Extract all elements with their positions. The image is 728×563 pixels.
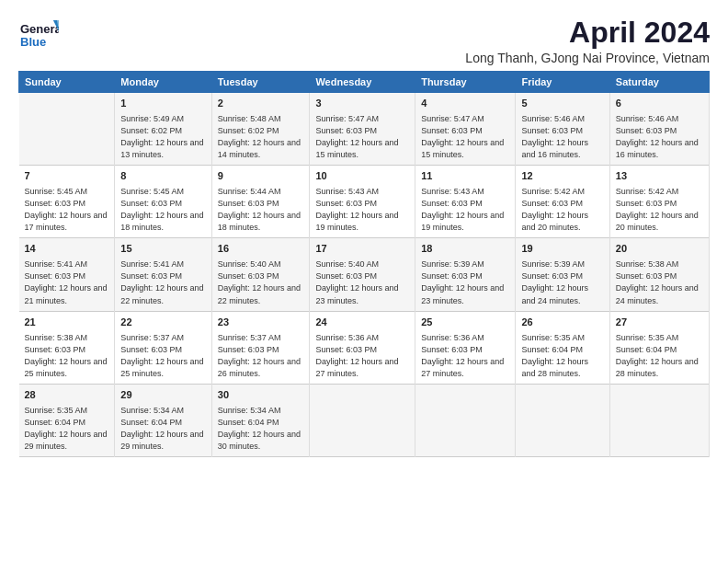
svg-text:General: General bbox=[20, 22, 59, 36]
day-number: 20 bbox=[616, 242, 703, 257]
day-number: 30 bbox=[218, 388, 304, 403]
cell-w5-d1: 28Sunrise: 5:35 AMSunset: 6:04 PMDayligh… bbox=[19, 384, 115, 456]
cell-w1-d6: 5Sunrise: 5:46 AMSunset: 6:03 PMDaylight… bbox=[516, 93, 609, 166]
col-tuesday: Tuesday bbox=[211, 72, 310, 93]
cell-w4-d6: 26Sunrise: 5:35 AMSunset: 6:04 PMDayligh… bbox=[516, 311, 609, 384]
cell-w5-d5 bbox=[415, 384, 516, 456]
day-number: 12 bbox=[521, 169, 603, 184]
cell-w5-d4 bbox=[310, 384, 415, 456]
day-number: 3 bbox=[315, 97, 409, 111]
day-number: 19 bbox=[521, 242, 603, 257]
day-number: 27 bbox=[616, 316, 703, 330]
cell-w3-d4: 17Sunrise: 5:40 AMSunset: 6:03 PMDayligh… bbox=[310, 238, 415, 311]
day-number: 1 bbox=[120, 97, 205, 111]
cell-w2-d4: 10Sunrise: 5:43 AMSunset: 6:03 PMDayligh… bbox=[310, 166, 415, 238]
cell-w2-d2: 8Sunrise: 5:45 AMSunset: 6:03 PMDaylight… bbox=[115, 166, 211, 238]
page: General Blue April 2024 Long Thanh, GJon… bbox=[0, 0, 728, 563]
cell-w5-d3: 30Sunrise: 5:34 AMSunset: 6:04 PMDayligh… bbox=[211, 384, 310, 456]
day-number: 13 bbox=[616, 169, 703, 184]
cell-w4-d7: 27Sunrise: 5:35 AMSunset: 6:04 PMDayligh… bbox=[609, 311, 709, 384]
col-friday: Friday bbox=[516, 72, 609, 93]
cell-w3-d7: 20Sunrise: 5:38 AMSunset: 6:03 PMDayligh… bbox=[609, 238, 709, 311]
cell-w5-d7 bbox=[609, 384, 709, 456]
cell-w3-d5: 18Sunrise: 5:39 AMSunset: 6:03 PMDayligh… bbox=[415, 238, 516, 311]
day-number: 25 bbox=[421, 316, 509, 330]
week-row-5: 28Sunrise: 5:35 AMSunset: 6:04 PMDayligh… bbox=[19, 384, 710, 456]
day-number: 21 bbox=[25, 316, 109, 330]
day-number: 8 bbox=[120, 169, 205, 184]
day-number: 10 bbox=[315, 169, 409, 184]
week-row-4: 21Sunrise: 5:38 AMSunset: 6:03 PMDayligh… bbox=[19, 311, 710, 384]
cell-w2-d5: 11Sunrise: 5:43 AMSunset: 6:03 PMDayligh… bbox=[415, 166, 516, 238]
svg-text:Blue: Blue bbox=[20, 35, 46, 49]
week-row-3: 14Sunrise: 5:41 AMSunset: 6:03 PMDayligh… bbox=[19, 238, 710, 311]
day-number: 6 bbox=[616, 97, 703, 111]
day-number: 16 bbox=[218, 242, 304, 257]
col-saturday: Saturday bbox=[609, 72, 709, 93]
cell-w4-d2: 22Sunrise: 5:37 AMSunset: 6:03 PMDayligh… bbox=[115, 311, 211, 384]
cell-w2-d6: 12Sunrise: 5:42 AMSunset: 6:03 PMDayligh… bbox=[516, 166, 609, 238]
title-block: April 2024 Long Thanh, GJong Nai Provinc… bbox=[465, 17, 710, 65]
logo-icon: General Blue bbox=[18, 17, 59, 57]
day-number: 2 bbox=[218, 97, 304, 111]
day-number: 29 bbox=[120, 388, 205, 403]
calendar-table: Sunday Monday Tuesday Wednesday Thursday… bbox=[18, 71, 710, 457]
day-number: 14 bbox=[25, 242, 109, 257]
week-row-1: 1Sunrise: 5:49 AMSunset: 6:02 PMDaylight… bbox=[19, 93, 710, 166]
cell-w5-d6 bbox=[516, 384, 609, 456]
day-number: 11 bbox=[421, 169, 509, 184]
cell-w1-d5: 4Sunrise: 5:47 AMSunset: 6:03 PMDaylight… bbox=[415, 93, 516, 166]
week-row-2: 7Sunrise: 5:45 AMSunset: 6:03 PMDaylight… bbox=[19, 166, 710, 238]
cell-w3-d6: 19Sunrise: 5:39 AMSunset: 6:03 PMDayligh… bbox=[516, 238, 609, 311]
day-number: 9 bbox=[218, 169, 304, 184]
day-number: 23 bbox=[218, 316, 304, 330]
cell-w1-d2: 1Sunrise: 5:49 AMSunset: 6:02 PMDaylight… bbox=[115, 93, 211, 166]
header-row: Sunday Monday Tuesday Wednesday Thursday… bbox=[19, 72, 710, 93]
col-wednesday: Wednesday bbox=[310, 72, 415, 93]
cell-w4-d4: 24Sunrise: 5:36 AMSunset: 6:03 PMDayligh… bbox=[310, 311, 415, 384]
cell-w1-d4: 3Sunrise: 5:47 AMSunset: 6:03 PMDaylight… bbox=[310, 93, 415, 166]
day-number: 15 bbox=[120, 242, 205, 257]
cell-w1-d7: 6Sunrise: 5:46 AMSunset: 6:03 PMDaylight… bbox=[609, 93, 709, 166]
cell-w2-d7: 13Sunrise: 5:42 AMSunset: 6:03 PMDayligh… bbox=[609, 166, 709, 238]
day-number: 4 bbox=[421, 97, 509, 111]
col-thursday: Thursday bbox=[415, 72, 516, 93]
day-number: 28 bbox=[25, 388, 109, 403]
cell-w3-d2: 15Sunrise: 5:41 AMSunset: 6:03 PMDayligh… bbox=[115, 238, 211, 311]
cell-w4-d1: 21Sunrise: 5:38 AMSunset: 6:03 PMDayligh… bbox=[19, 311, 115, 384]
cell-w4-d3: 23Sunrise: 5:37 AMSunset: 6:03 PMDayligh… bbox=[211, 311, 310, 384]
col-monday: Monday bbox=[115, 72, 211, 93]
cell-w1-d3: 2Sunrise: 5:48 AMSunset: 6:02 PMDaylight… bbox=[211, 93, 310, 166]
header: General Blue April 2024 Long Thanh, GJon… bbox=[18, 17, 710, 65]
main-title: April 2024 bbox=[465, 17, 710, 49]
cell-w2-d3: 9Sunrise: 5:44 AMSunset: 6:03 PMDaylight… bbox=[211, 166, 310, 238]
day-number: 18 bbox=[421, 242, 509, 257]
cell-w1-d1 bbox=[19, 93, 115, 166]
day-number: 7 bbox=[25, 169, 109, 184]
day-number: 22 bbox=[120, 316, 205, 330]
cell-w3-d1: 14Sunrise: 5:41 AMSunset: 6:03 PMDayligh… bbox=[19, 238, 115, 311]
col-sunday: Sunday bbox=[19, 72, 115, 93]
cell-w4-d5: 25Sunrise: 5:36 AMSunset: 6:03 PMDayligh… bbox=[415, 311, 516, 384]
cell-w2-d1: 7Sunrise: 5:45 AMSunset: 6:03 PMDaylight… bbox=[19, 166, 115, 238]
day-number: 17 bbox=[315, 242, 409, 257]
subtitle: Long Thanh, GJong Nai Province, Vietnam bbox=[465, 51, 710, 65]
cell-w3-d3: 16Sunrise: 5:40 AMSunset: 6:03 PMDayligh… bbox=[211, 238, 310, 311]
cell-w5-d2: 29Sunrise: 5:34 AMSunset: 6:04 PMDayligh… bbox=[115, 384, 211, 456]
logo: General Blue bbox=[18, 17, 59, 57]
day-number: 24 bbox=[315, 316, 409, 330]
day-number: 26 bbox=[521, 316, 603, 330]
day-number: 5 bbox=[521, 97, 603, 111]
